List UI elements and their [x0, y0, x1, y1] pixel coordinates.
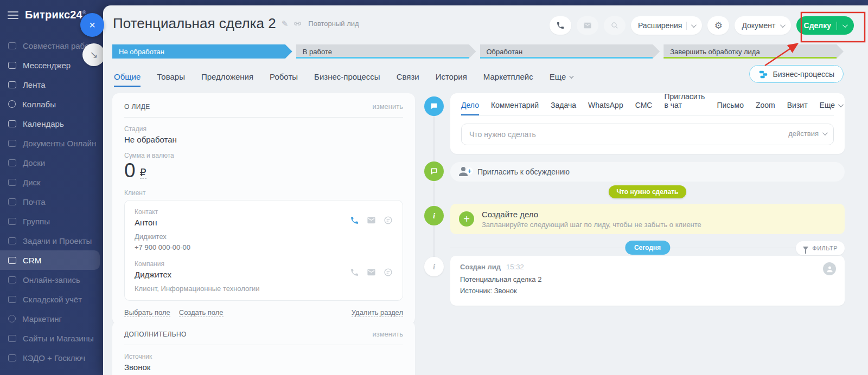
header-toolbar: Расширения ⚙ Документ Сделку [550, 16, 854, 35]
sidebar-item-kedo[interactable]: КЭДО + Госключ [0, 348, 103, 367]
calendar-icon [8, 120, 16, 127]
create-deal-button[interactable]: Сделку [796, 16, 854, 35]
activity-tabs: Дело Комментарий Задача WhatsApp СМС При… [461, 93, 834, 116]
sidebar-item-feed[interactable]: Лента [0, 75, 103, 94]
close-slider-button[interactable]: × [80, 13, 104, 37]
discussion-bubble-icon [424, 161, 444, 181]
tab-more[interactable]: Еще [550, 72, 573, 87]
sidebar-item-mail[interactable]: Почта [0, 192, 103, 211]
stage-in-progress[interactable]: В работе [296, 44, 476, 59]
sidebar-item-sites-stores[interactable]: Сайты и Магазины [0, 328, 103, 348]
currency-value[interactable]: ₽ [140, 166, 146, 179]
actions-dropdown[interactable]: действия [788, 130, 826, 138]
company-label: Компания [135, 260, 393, 268]
activity-tab-visit[interactable]: Визит [787, 101, 808, 115]
lead-stage-bar: Не обработан В работе Обработан Завершит… [112, 44, 844, 59]
document-dropdown[interactable]: Документ [735, 16, 790, 35]
hint-subtitle: Запланируйте следующий шаг по лиду, чтоб… [482, 221, 701, 229]
page-title: Потенциальная сделка 2 [113, 15, 276, 32]
business-processes-button[interactable]: Бизнес-процессы [749, 65, 844, 83]
create-field-link[interactable]: Создать поле [179, 308, 224, 317]
sidebar-item-marketing[interactable]: Маркетинг [0, 309, 103, 328]
contact-email-icon[interactable] [367, 216, 376, 225]
company-call-icon[interactable] [350, 268, 359, 277]
page-header: Потенциальная сделка 2 ✎ Повторный лид [113, 15, 359, 32]
sidebar-item-crm[interactable]: CRM [0, 250, 100, 270]
stage-processed[interactable]: Обработан [480, 44, 660, 59]
sidebar-item-collabs[interactable]: Коллабы [0, 94, 103, 114]
client-card: Контакт Антон Диджитех +7 900 000-00-00 … [124, 200, 403, 301]
lead-detail-panel: Потенциальная сделка 2 ✎ Повторный лид Р… [103, 5, 868, 375]
company-chat-icon[interactable] [384, 268, 393, 277]
mail-icon [8, 198, 16, 205]
activity-tab-email[interactable]: Письмо [717, 101, 744, 115]
contact-chat-icon[interactable] [384, 216, 393, 225]
edit-section-link[interactable]: изменить [372, 102, 403, 111]
chevron-down-icon [843, 22, 848, 28]
sidebar-item-inventory[interactable]: Складской учёт [0, 289, 103, 309]
activity-tab-task[interactable]: Задача [551, 101, 576, 115]
invite-to-discussion[interactable]: + Пригласить к обсуждению [450, 162, 845, 182]
tab-quotes[interactable]: Предложения [201, 72, 253, 87]
stage-not-processed[interactable]: Не обработан [112, 44, 292, 59]
copy-link-icon[interactable] [293, 20, 302, 28]
funnel-icon [803, 247, 808, 250]
timeline-filter-button[interactable]: ФИЛЬТР [796, 241, 845, 255]
source-field-label: Источник [124, 353, 403, 360]
minimize-slider-button[interactable]: ↘ [82, 43, 105, 66]
sidebar-item-boards[interactable]: Доски [0, 153, 103, 172]
search-button[interactable] [604, 16, 626, 35]
call-button[interactable] [550, 16, 571, 35]
sidebar-item-calendar[interactable]: Календарь [0, 114, 103, 133]
email-icon [583, 21, 592, 30]
bitrix24-logo[interactable]: Битрикс24® [25, 9, 86, 21]
tab-connections[interactable]: Связи [397, 72, 419, 87]
settings-button[interactable]: ⚙ [707, 16, 729, 35]
sidebar-item-groups[interactable]: Группы [0, 211, 103, 231]
edit-title-icon[interactable]: ✎ [282, 19, 289, 29]
amount-value[interactable]: 0 [124, 160, 136, 182]
timeline-entry-lead-created[interactable]: Создан лид 15:32 Потенциальная сделка 2 … [450, 256, 845, 306]
hint-title[interactable]: Создайте дело [482, 210, 701, 219]
tab-products[interactable]: Товары [157, 72, 185, 87]
tab-robots[interactable]: Роботы [270, 72, 298, 87]
contact-call-icon[interactable] [350, 216, 359, 225]
activity-tab-sms[interactable]: СМС [635, 101, 653, 115]
documents-icon [8, 140, 16, 147]
edit-section-link[interactable]: изменить [372, 330, 403, 338]
extensions-dropdown[interactable]: Расширения [631, 16, 702, 35]
todo-input[interactable] [461, 124, 834, 145]
add-activity-button[interactable]: + [459, 211, 474, 227]
activity-tab-todo[interactable]: Дело [461, 101, 479, 115]
amount-field-label: Сумма и валюта [124, 152, 403, 159]
tab-business-processes[interactable]: Бизнес-процессы [314, 72, 380, 87]
activity-tab-comment[interactable]: Комментарий [491, 101, 539, 115]
email-button[interactable] [577, 16, 598, 35]
booking-icon [8, 276, 16, 283]
sidebar-item-documents-online[interactable]: Документы Онлайн [0, 133, 103, 153]
source-field-value[interactable]: Звонок [124, 363, 403, 372]
delete-section-link[interactable]: Удалить раздел [352, 308, 403, 317]
sidebar-item-tasks-projects[interactable]: Задачи и Проекты [0, 231, 103, 250]
client-field-label: Клиент [124, 189, 403, 197]
close-icon: × [89, 19, 95, 31]
todo-reminder-badge[interactable]: Что нужно сделать [609, 185, 687, 198]
select-field-link[interactable]: Выбрать поле [124, 308, 170, 317]
activity-tab-invite-chat[interactable]: Пригласить в чат [664, 92, 705, 115]
stage-field-value[interactable]: Не обработан [124, 135, 403, 144]
today-badge[interactable]: Сегодня [625, 241, 670, 255]
company-email-icon[interactable] [367, 268, 376, 277]
tab-general[interactable]: Общие [114, 72, 141, 87]
tab-history[interactable]: История [436, 72, 467, 87]
stage-finish-processing[interactable]: Завершить обработку лида [663, 44, 844, 59]
sidebar-item-online-booking[interactable]: Онлайн-запись [0, 270, 103, 289]
hamburger-menu-icon[interactable] [8, 11, 18, 19]
activity-tab-more[interactable]: Еще [820, 101, 843, 115]
cart-icon [8, 335, 16, 342]
activity-tab-zoom[interactable]: Zoom [756, 101, 775, 115]
contact-phone[interactable]: +7 900 000-00-00 [135, 243, 393, 251]
entry-title: Создан лид [460, 263, 501, 271]
activity-tab-whatsapp[interactable]: WhatsApp [588, 101, 623, 115]
tab-marketplace[interactable]: Маркетплейс [483, 72, 533, 87]
sidebar-item-drive[interactable]: Диск [0, 172, 103, 192]
